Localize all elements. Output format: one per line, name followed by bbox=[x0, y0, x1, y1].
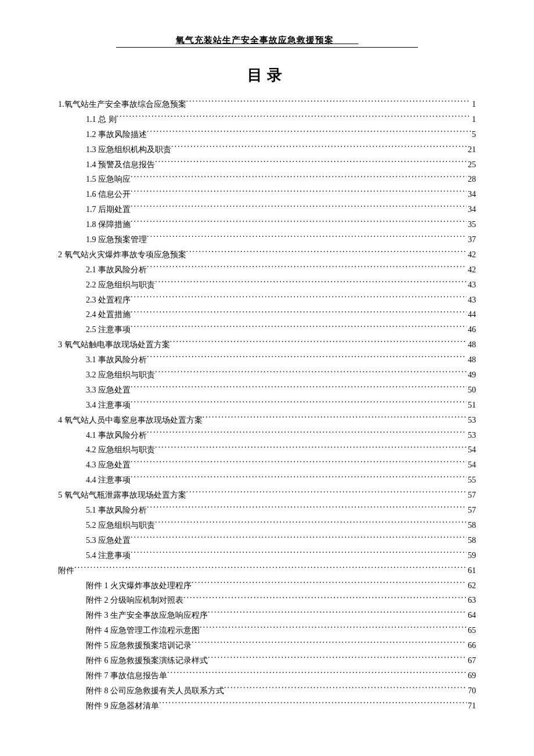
toc-leader-dots bbox=[131, 384, 467, 393]
toc-entry[interactable]: 附件 2 分级响应机制对照表63 bbox=[58, 593, 476, 608]
toc-entry[interactable]: 2.3 处置程序43 bbox=[58, 293, 476, 308]
toc-entry-label: 附件 bbox=[58, 563, 74, 578]
toc-leader-dots bbox=[208, 655, 467, 663]
toc-entry[interactable]: 1.8 保障措施35 bbox=[58, 217, 476, 232]
toc-entry-label: 5.1 事故风险分析 bbox=[86, 503, 147, 518]
toc-entry-label: 1.6 信息公开 bbox=[86, 187, 131, 202]
toc-entry[interactable]: 4.1 事故风险分析53 bbox=[58, 428, 476, 443]
toc-entry-label: 3.3 应急处置 bbox=[86, 383, 131, 398]
toc-entry[interactable]: 5.3 应急处置58 bbox=[58, 533, 476, 548]
toc-entry[interactable]: 4 氧气站人员中毒窒息事故现场处置方案53 bbox=[58, 413, 476, 428]
toc-entry-label: 4.2 应急组织与职责 bbox=[86, 442, 155, 458]
toc-entry-label: 4.1 事故风险分析 bbox=[86, 428, 147, 443]
toc-leader-dots bbox=[131, 294, 467, 303]
toc-entry[interactable]: 2 氧气站火灾爆炸事故专项应急预案42 bbox=[58, 247, 476, 262]
toc-leader-dots bbox=[131, 550, 467, 558]
toc-entry-label: 5.4 注意事项 bbox=[86, 548, 131, 563]
toc-entry-page: 64 bbox=[467, 608, 476, 623]
toc-leader-dots bbox=[131, 204, 467, 212]
toc-entry-label: 附件 2 分级响应机制对照表 bbox=[86, 593, 183, 608]
toc-entry[interactable]: 3.4 注意事项51 bbox=[58, 398, 476, 413]
toc-leader-dots bbox=[192, 640, 467, 648]
toc-entry[interactable]: 3.3 应急处置50 bbox=[58, 383, 476, 398]
toc-entry-page: 1 bbox=[471, 97, 476, 112]
toc-entry-page: 43 bbox=[467, 293, 476, 308]
toc-entry[interactable]: 附件 3 生产安全事故应急响应程序64 bbox=[58, 608, 476, 623]
toc-leader-dots bbox=[155, 369, 467, 377]
toc-entry-label: 2.3 处置程序 bbox=[86, 293, 131, 308]
toc-leader-dots bbox=[170, 339, 467, 347]
toc-entry[interactable]: 5.2 应急组织与职责58 bbox=[58, 518, 476, 533]
toc-entry-label: 1.3 应急组织机构及职责 bbox=[86, 142, 171, 157]
toc-entry[interactable]: 附件 6 应急救援预案演练记录样式67 bbox=[58, 653, 476, 668]
toc-leader-dots bbox=[155, 520, 467, 528]
toc-entry[interactable]: 附件61 bbox=[58, 563, 476, 578]
toc-entry[interactable]: 附件 4 应急管理工作流程示意图65 bbox=[58, 623, 476, 638]
toc-entry-label: 4 氧气站人员中毒窒息事故现场处置方案 bbox=[58, 413, 203, 428]
toc-entry[interactable]: 5 氧气站气瓶泄露事故现场处置方案57 bbox=[58, 488, 476, 503]
toc-entry[interactable]: 1.6 信息公开34 bbox=[58, 187, 476, 202]
toc-entry-label: 1.氧气站生产安全事故综合应急预案 bbox=[58, 97, 186, 112]
toc-entry-page: 69 bbox=[467, 668, 476, 683]
toc-leader-dots bbox=[159, 700, 467, 708]
toc-leader-dots bbox=[155, 444, 467, 452]
document-header: 氧气充装站生产安全事故应急救援预案 bbox=[116, 35, 418, 48]
toc-entry[interactable]: 3.2 应急组织与职责49 bbox=[58, 368, 476, 383]
toc-entry[interactable]: 附件 7 事故信息报告单69 bbox=[58, 668, 476, 683]
toc-entry-page: 25 bbox=[467, 157, 476, 172]
toc-entry[interactable]: 4.4 注意事项55 bbox=[58, 473, 476, 488]
toc-entry-page: 59 bbox=[467, 548, 476, 563]
toc-leader-dots bbox=[208, 610, 467, 618]
toc-entry[interactable]: 3 氧气站触电事故现场处置方案48 bbox=[58, 337, 476, 352]
toc-entry-page: 55 bbox=[467, 473, 476, 488]
toc-entry[interactable]: 1.3 应急组织机构及职责21 bbox=[58, 142, 476, 157]
toc-entry-label: 2.2 应急组织与职责 bbox=[86, 278, 155, 293]
toc-entry[interactable]: 1.氧气站生产安全事故综合应急预案1 bbox=[58, 97, 476, 112]
toc-entry-page: 66 bbox=[467, 638, 476, 653]
toc-leader-dots bbox=[171, 144, 467, 152]
toc-entry-label: 5.3 应急处置 bbox=[86, 533, 131, 548]
toc-entry-label: 2.1 事故风险分析 bbox=[86, 262, 147, 278]
toc-entry-page: 35 bbox=[467, 217, 476, 232]
toc-leader-dots bbox=[147, 505, 467, 513]
toc-entry-label: 3.2 应急组织与职责 bbox=[86, 368, 155, 383]
toc-entry[interactable]: 1.5 应急响应28 bbox=[58, 172, 476, 187]
toc-entry-page: 65 bbox=[467, 623, 476, 638]
toc-entry[interactable]: 附件 5 应急救援预案培训记录66 bbox=[58, 638, 476, 653]
toc-entry-page: 28 bbox=[467, 172, 476, 187]
toc-entry[interactable]: 附件 9 应急器材清单71 bbox=[58, 699, 476, 714]
toc-entry[interactable]: 1.9 应急预案管理37 bbox=[58, 232, 476, 247]
toc-entry-page: 57 bbox=[467, 503, 476, 518]
toc-entry[interactable]: 1.1 总 则1 bbox=[58, 112, 476, 127]
toc-entry[interactable]: 3.1 事故风险分析48 bbox=[58, 352, 476, 368]
toc-leader-dots bbox=[147, 354, 467, 362]
toc-entry-label: 附件 1 火灾爆炸事故处理程序 bbox=[86, 578, 192, 593]
toc-entry[interactable]: 1.4 预警及信息报告25 bbox=[58, 157, 476, 172]
toc-entry-label: 2.4 处置措施 bbox=[86, 307, 131, 322]
toc-entry-label: 附件 9 应急器材清单 bbox=[86, 699, 159, 714]
toc-leader-dots bbox=[186, 249, 467, 257]
table-of-contents: 1.氧气站生产安全事故综合应急预案11.1 总 则11.2 事故风险描述51.3… bbox=[58, 97, 476, 714]
toc-entry[interactable]: 5.4 注意事项59 bbox=[58, 548, 476, 563]
toc-entry-label: 1.9 应急预案管理 bbox=[86, 232, 147, 247]
toc-entry[interactable]: 5.1 事故风险分析57 bbox=[58, 503, 476, 518]
toc-entry[interactable]: 4.3 应急处置54 bbox=[58, 458, 476, 473]
toc-leader-dots bbox=[167, 670, 467, 678]
toc-entry[interactable]: 1.7 后期处置34 bbox=[58, 202, 476, 217]
toc-entry[interactable]: 附件 8 公司应急救援有关人员联系方式70 bbox=[58, 683, 476, 699]
toc-entry-label: 1.4 预警及信息报告 bbox=[86, 157, 155, 172]
toc-entry[interactable]: 2.4 处置措施44 bbox=[58, 307, 476, 322]
toc-entry[interactable]: 4.2 应急组织与职责54 bbox=[58, 442, 476, 458]
toc-leader-dots bbox=[131, 474, 467, 483]
toc-entry[interactable]: 2.5 注意事项46 bbox=[58, 322, 476, 337]
toc-entry-label: 1.8 保障措施 bbox=[86, 217, 131, 232]
toc-entry-page: 37 bbox=[467, 232, 476, 247]
toc-entry[interactable]: 2.2 应急组织与职责43 bbox=[58, 278, 476, 293]
toc-entry[interactable]: 1.2 事故风险描述5 bbox=[58, 127, 476, 142]
toc-entry-label: 5 氧气站气瓶泄露事故现场处置方案 bbox=[58, 488, 186, 503]
toc-entry-page: 34 bbox=[467, 187, 476, 202]
toc-entry-page: 44 bbox=[467, 307, 476, 322]
toc-entry[interactable]: 附件 1 火灾爆炸事故处理程序62 bbox=[58, 578, 476, 593]
toc-leader-dots bbox=[74, 565, 467, 573]
toc-entry[interactable]: 2.1 事故风险分析42 bbox=[58, 262, 476, 278]
